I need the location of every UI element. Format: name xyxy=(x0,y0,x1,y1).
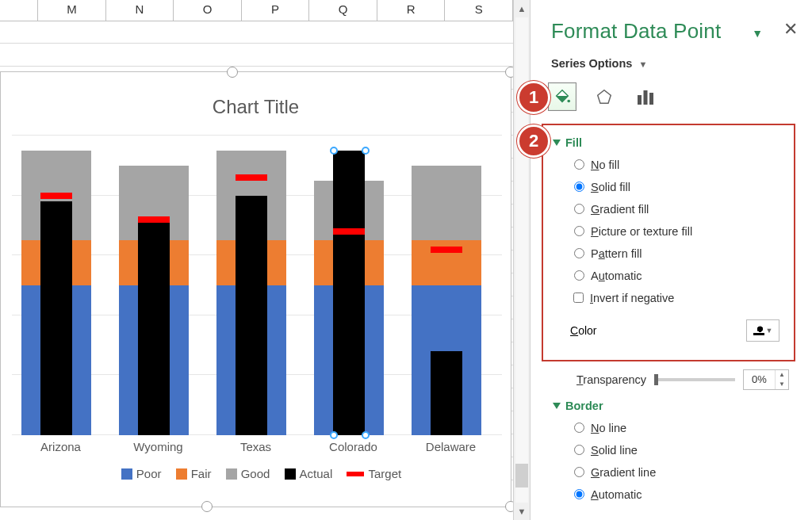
fill-section-header[interactable]: Fill xyxy=(553,136,784,149)
selection-handle[interactable] xyxy=(362,147,370,155)
paint-bucket-icon xyxy=(553,88,571,105)
transparency-input[interactable]: 0% ▲▼ xyxy=(743,369,789,390)
legend-swatch-good xyxy=(226,468,237,480)
selection-handle[interactable] xyxy=(330,147,338,155)
border-header-label: Border xyxy=(565,400,603,412)
legend-swatch-target xyxy=(347,472,364,476)
automatic-fill-option[interactable]: Automatic xyxy=(570,268,784,282)
no-fill-option[interactable]: No fill xyxy=(570,157,784,171)
solid-fill-option[interactable]: Solid fill xyxy=(570,179,784,193)
transparency-slider[interactable] xyxy=(654,378,735,381)
svg-rect-3 xyxy=(649,93,653,105)
target-marker[interactable] xyxy=(431,247,462,253)
chevron-down-icon: ▼ xyxy=(766,327,773,335)
col-header[interactable] xyxy=(0,0,38,21)
chart-resize-handle[interactable] xyxy=(227,67,238,78)
legend-label: Target xyxy=(368,467,401,480)
column-headers[interactable]: M N O P Q R S xyxy=(0,0,513,21)
x-axis-label: Texas xyxy=(207,440,304,459)
chart-legend[interactable]: Poor Fair Good Actual Target xyxy=(1,467,511,480)
pane-title: Format Data Point xyxy=(551,19,721,44)
format-icon-tabs xyxy=(548,82,659,111)
pane-options-dropdown[interactable]: ▼ xyxy=(752,27,763,40)
fill-options: No fill Solid fill Gradient fill Picture… xyxy=(570,157,784,282)
col-header[interactable]: Q xyxy=(309,0,377,21)
spin-down-icon[interactable]: ▼ xyxy=(776,380,788,389)
chart-resize-handle[interactable] xyxy=(201,501,213,512)
legend-label: Fair xyxy=(191,467,212,480)
fill-section: Fill No fill Solid fill Gradient fill Pi… xyxy=(542,124,795,361)
chart-title[interactable]: Chart Title xyxy=(1,96,511,118)
collapse-icon xyxy=(553,140,561,146)
x-axis-label: Delaware xyxy=(402,440,500,459)
col-header[interactable]: O xyxy=(174,0,242,21)
chart-plot-area[interactable] xyxy=(12,136,502,435)
legend-label: Actual xyxy=(300,467,333,480)
solid-line-option[interactable]: Solid line xyxy=(570,442,656,457)
chart-x-axis-labels: ArizonaWyomingTexasColoradoDelaware xyxy=(12,440,502,459)
actual-bar[interactable] xyxy=(333,151,365,435)
format-pane: Format Data Point ▼ ✕ Series Options ▼ xyxy=(530,0,812,520)
legend-label: Good xyxy=(241,467,270,480)
col-header[interactable]: R xyxy=(377,0,446,21)
col-header[interactable]: N xyxy=(106,0,174,21)
callout-badge-1: 1 xyxy=(517,81,550,114)
series-options-tab[interactable] xyxy=(632,83,659,110)
collapse-icon xyxy=(553,403,561,409)
target-marker[interactable] xyxy=(236,174,267,181)
selection-handle[interactable] xyxy=(362,431,370,439)
col-header[interactable]: S xyxy=(445,0,513,21)
gradient-line-option[interactable]: Gradient line xyxy=(570,465,656,479)
fill-line-tab[interactable] xyxy=(548,82,576,111)
automatic-line-option[interactable]: Automatic xyxy=(570,487,656,501)
target-marker[interactable] xyxy=(138,216,170,223)
actual-bar[interactable] xyxy=(431,351,462,435)
svg-rect-2 xyxy=(644,90,648,105)
color-label: Color xyxy=(570,324,596,337)
chart-object[interactable]: Chart Title ArizonaWyomingTexasColoradoD… xyxy=(0,71,511,507)
bar-chart-icon xyxy=(636,88,655,105)
actual-bar[interactable] xyxy=(236,196,267,435)
svg-point-0 xyxy=(567,100,570,103)
actual-bar[interactable] xyxy=(40,201,72,435)
effects-tab[interactable] xyxy=(591,83,618,110)
scroll-down-icon[interactable]: ▼ xyxy=(514,503,530,520)
good-segment[interactable] xyxy=(412,166,481,241)
transparency-value: 0% xyxy=(744,370,775,389)
close-icon[interactable]: ✕ xyxy=(783,19,798,40)
target-marker[interactable] xyxy=(40,193,72,199)
picture-fill-option[interactable]: Picture or texture fill xyxy=(570,224,784,238)
legend-swatch-poor xyxy=(121,468,132,480)
pentagon-icon xyxy=(596,88,613,105)
gradient-fill-option[interactable]: Gradient fill xyxy=(570,201,784,216)
invert-if-negative-checkbox[interactable]: Invert if negative xyxy=(570,290,784,305)
slider-thumb[interactable] xyxy=(654,374,658,385)
col-header[interactable]: M xyxy=(38,0,106,21)
legend-swatch-fair xyxy=(176,468,187,480)
vertical-scrollbar[interactable]: ▲ ▼ xyxy=(513,0,530,520)
transparency-control: Transparency 0% ▲▼ xyxy=(576,369,789,390)
fill-color-picker[interactable]: ▼ xyxy=(746,319,779,342)
x-axis-label: Colorado xyxy=(304,440,402,459)
series-options-dropdown[interactable]: Series Options ▼ xyxy=(551,57,647,70)
worksheet-area: M N O P Q R S Chart Title ArizonaWyoming… xyxy=(0,0,513,520)
actual-bar[interactable] xyxy=(138,220,170,435)
spin-up-icon[interactable]: ▲ xyxy=(776,370,788,380)
svg-rect-1 xyxy=(638,95,642,105)
border-section-header[interactable]: Border xyxy=(553,400,656,412)
scroll-up-icon[interactable]: ▲ xyxy=(514,0,530,17)
paint-bucket-icon xyxy=(753,326,764,335)
border-options: No line Solid line Gradient line Automat… xyxy=(570,420,656,501)
callout-badge-2: 2 xyxy=(517,124,550,158)
legend-swatch-actual xyxy=(285,468,296,480)
selection-handle[interactable] xyxy=(330,431,338,439)
target-marker[interactable] xyxy=(333,228,365,235)
legend-label: Poor xyxy=(136,467,162,480)
no-line-option[interactable]: No line xyxy=(570,420,656,434)
pattern-fill-option[interactable]: Pattern fill xyxy=(570,246,784,260)
fill-header-label: Fill xyxy=(565,136,582,149)
scroll-thumb[interactable] xyxy=(515,464,528,488)
x-axis-label: Wyoming xyxy=(109,440,207,459)
col-header[interactable]: P xyxy=(242,0,310,21)
x-axis-label: Arizona xyxy=(12,440,109,459)
